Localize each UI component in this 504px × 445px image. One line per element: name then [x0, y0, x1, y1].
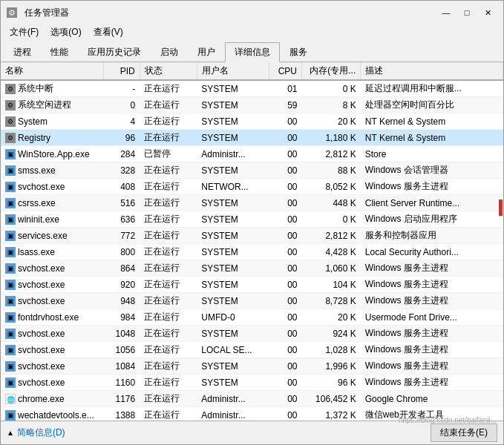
tabs-bar: 进程 性能 应用历史记录 启动 用户 详细信息 服务: [1, 42, 503, 62]
cell-user: NETWOR...: [197, 179, 269, 195]
close-button[interactable]: ✕: [478, 6, 497, 19]
cell-user: Administr...: [197, 146, 269, 162]
scroll-indicator: [499, 200, 503, 216]
end-task-button[interactable]: 结束任务(E): [431, 423, 497, 442]
cell-cpu: 00: [269, 244, 301, 260]
menu-view[interactable]: 查看(V): [88, 24, 129, 40]
cell-desc: 延迟过程调用和中断服...: [361, 80, 503, 97]
cell-cpu: 00: [269, 342, 301, 358]
col-header-name[interactable]: 名称: [1, 62, 104, 80]
col-header-desc[interactable]: 描述: [361, 62, 503, 80]
table-row[interactable]: ▣ svchost.exe 1056 正在运行 LOCAL SE... 00 1…: [1, 342, 503, 358]
cell-status: 正在运行: [140, 375, 197, 391]
table-row[interactable]: ▣ smss.exe 328 正在运行 SYSTEM 00 88 K Windo…: [1, 162, 503, 179]
cell-name: ▣ svchost.exe: [1, 179, 104, 195]
table-row[interactable]: ⚙ System 4 正在运行 SYSTEM 00 20 K NT Kernel…: [1, 113, 503, 130]
table-row[interactable]: ▣ csrss.exe 516 正在运行 SYSTEM 00 448 K Cli…: [1, 195, 503, 211]
title-left: ⚙ 任务管理器: [7, 7, 69, 19]
cell-name: ▣ fontdrvhost.exe: [1, 309, 104, 326]
cell-status: 正在运行: [140, 326, 197, 342]
cell-pid: 96: [104, 130, 140, 146]
cell-user: SYSTEM: [197, 375, 269, 391]
cell-pid: 1084: [104, 358, 140, 375]
maximize-button[interactable]: □: [457, 6, 477, 19]
cell-user: Administr...: [197, 391, 269, 407]
process-icon: ▣: [5, 247, 16, 257]
cell-status: 正在运行: [140, 391, 197, 407]
col-header-mem[interactable]: 内存(专用...: [302, 62, 361, 80]
cell-pid: 772: [104, 228, 140, 244]
cell-desc: Windows 启动应用程序: [361, 211, 503, 228]
menu-bar: 文件(F) 选项(O) 查看(V): [1, 23, 503, 42]
cell-pid: 516: [104, 195, 140, 211]
process-table-container[interactable]: 名称 PID 状态 用户名 CPU 内存(专用... 描述 ⚙ 系统中断 - 正…: [1, 62, 503, 421]
cell-name: ▣ lsass.exe: [1, 244, 104, 260]
table-row[interactable]: ▣ fontdrvhost.exe 984 正在运行 UMFD-0 00 20 …: [1, 309, 503, 326]
cell-status: 正在运行: [140, 244, 197, 260]
process-table: 名称 PID 状态 用户名 CPU 内存(专用... 描述 ⚙ 系统中断 - 正…: [1, 62, 503, 421]
toggle-detail-button[interactable]: ▲ 简略信息(D): [7, 426, 65, 439]
table-row[interactable]: ▣ lsass.exe 800 正在运行 SYSTEM 00 4,428 K L…: [1, 244, 503, 260]
cell-status: 正在运行: [140, 228, 197, 244]
cell-desc: Windows 服务主进程: [361, 277, 503, 293]
tab-details[interactable]: 详细信息: [225, 42, 280, 62]
col-header-pid[interactable]: PID: [104, 62, 140, 80]
cell-desc: Windows 服务主进程: [361, 342, 503, 358]
tab-users[interactable]: 用户: [188, 42, 225, 62]
table-row[interactable]: 🌐 chrome.exe 1176 正在运行 Administr... 00 1…: [1, 391, 503, 407]
cell-status: 正在运行: [140, 293, 197, 309]
table-row[interactable]: ▣ wechatdevtools.e... 1388 正在运行 Administ…: [1, 407, 503, 421]
table-row[interactable]: ▣ services.exe 772 正在运行 SYSTEM 00 2,812 …: [1, 228, 503, 244]
table-row[interactable]: ⚙ 系统中断 - 正在运行 SYSTEM 01 0 K 延迟过程调用和中断服..…: [1, 80, 503, 97]
process-icon: ▣: [5, 198, 16, 208]
cell-cpu: 00: [269, 293, 301, 309]
table-row[interactable]: ▣ svchost.exe 948 正在运行 SYSTEM 00 8,728 K…: [1, 293, 503, 309]
table-row[interactable]: ▣ svchost.exe 1048 正在运行 SYSTEM 00 924 K …: [1, 326, 503, 342]
cell-cpu: 59: [269, 97, 301, 113]
cell-user: SYSTEM: [197, 113, 269, 130]
table-row[interactable]: ▣ svchost.exe 1084 正在运行 SYSTEM 00 1,996 …: [1, 358, 503, 375]
cell-name: ▣ svchost.exe: [1, 358, 104, 375]
cell-user: SYSTEM: [197, 277, 269, 293]
process-icon: 🌐: [5, 394, 16, 404]
cell-status: 已暂停: [140, 146, 197, 162]
table-row[interactable]: ▣ wininit.exe 636 正在运行 SYSTEM 00 0 K Win…: [1, 211, 503, 228]
cell-status: 正在运行: [140, 211, 197, 228]
cell-status: 正在运行: [140, 309, 197, 326]
title-buttons: — □ ✕: [436, 6, 497, 19]
cell-mem: 8 K: [302, 97, 361, 113]
cell-user: UMFD-0: [197, 309, 269, 326]
table-row[interactable]: ▣ svchost.exe 408 正在运行 NETWOR... 00 8,05…: [1, 179, 503, 195]
cell-desc: Windows 服务主进程: [361, 293, 503, 309]
cell-status: 正在运行: [140, 113, 197, 130]
table-row[interactable]: ⚙ 系统空闲进程 0 正在运行 SYSTEM 59 8 K 处理器空闲时间百分比: [1, 97, 503, 113]
tab-processes[interactable]: 进程: [4, 42, 41, 62]
cell-user: SYSTEM: [197, 211, 269, 228]
tab-services[interactable]: 服务: [280, 42, 317, 62]
minimize-button[interactable]: —: [436, 6, 456, 19]
process-icon: ▣: [5, 280, 16, 290]
cell-cpu: 00: [269, 228, 301, 244]
table-row[interactable]: ⚙ Registry 96 正在运行 SYSTEM 00 1,180 K NT …: [1, 130, 503, 146]
col-header-cpu[interactable]: CPU: [269, 62, 301, 80]
col-header-user[interactable]: 用户名: [197, 62, 269, 80]
cell-cpu: 00: [269, 407, 301, 421]
tab-startup[interactable]: 启动: [151, 42, 188, 62]
table-row[interactable]: ▣ svchost.exe 864 正在运行 SYSTEM 00 1,060 K…: [1, 260, 503, 277]
cell-name: ⚙ Registry: [1, 130, 104, 146]
cell-desc: 服务和控制器应用: [361, 228, 503, 244]
menu-options[interactable]: 选项(O): [45, 24, 87, 40]
process-icon: ▣: [5, 345, 16, 355]
tab-app-history[interactable]: 应用历史记录: [78, 42, 151, 62]
table-row[interactable]: ▣ WinStore.App.exe 284 已暂停 Administr... …: [1, 146, 503, 162]
cell-name: ▣ wechatdevtools.e...: [1, 407, 104, 421]
table-row[interactable]: ▣ svchost.exe 1160 正在运行 SYSTEM 00 96 K W…: [1, 375, 503, 391]
cell-user: LOCAL SE...: [197, 342, 269, 358]
cell-desc: Windows 服务主进程: [361, 358, 503, 375]
col-header-status[interactable]: 状态: [140, 62, 197, 80]
menu-file[interactable]: 文件(F): [4, 24, 45, 40]
cell-status: 正在运行: [140, 342, 197, 358]
table-row[interactable]: ▣ svchost.exe 920 正在运行 SYSTEM 00 104 K W…: [1, 277, 503, 293]
tab-performance[interactable]: 性能: [41, 42, 78, 62]
cell-user: SYSTEM: [197, 358, 269, 375]
